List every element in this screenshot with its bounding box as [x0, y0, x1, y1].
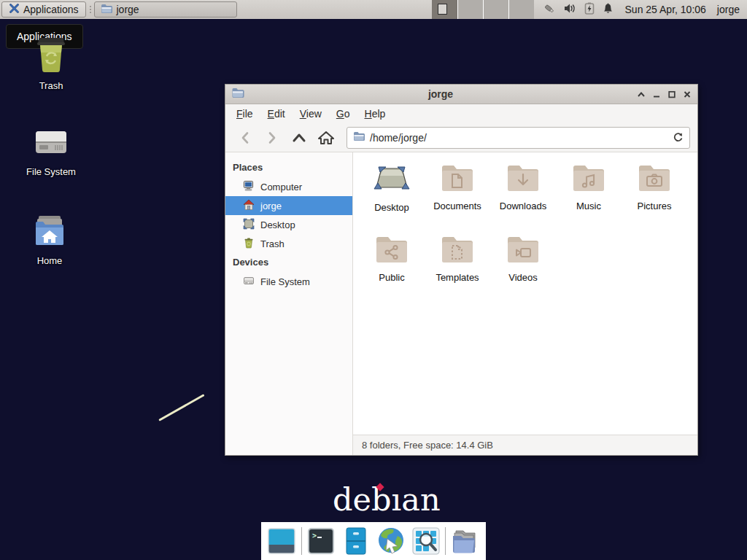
show-desktop-icon[interactable]	[266, 524, 298, 558]
desktop-background: Applications jorge	[0, 0, 747, 560]
window-title: jorge	[244, 88, 637, 100]
maximize-icon[interactable]	[667, 90, 676, 98]
window-menubar: File Edit View Go Help	[225, 104, 697, 123]
templates-folder-icon	[438, 233, 476, 268]
directory-menu-folder-icon[interactable]	[449, 524, 481, 558]
menu-go[interactable]: Go	[330, 105, 357, 122]
menu-view[interactable]: View	[293, 105, 328, 122]
file-label: Templates	[436, 272, 479, 283]
sidebar-item-label: Computer	[260, 182, 302, 192]
file-item-downloads[interactable]: Downloads	[490, 161, 556, 233]
sidebar-devices-heading: Devices	[225, 253, 352, 272]
system-tray	[543, 2, 614, 17]
bottom-dock-panel: >	[261, 522, 486, 560]
sidebar-item-trash[interactable]: Trash	[225, 234, 352, 253]
file-item-desktop[interactable]: Desktop	[359, 161, 425, 233]
reload-icon[interactable]	[673, 131, 684, 144]
file-manager-window: jorge File Edit View Go Help	[225, 84, 698, 456]
sidebar-item-computer[interactable]: Computer	[225, 177, 352, 196]
top-panel: Applications jorge	[0, 0, 747, 19]
public-folder-icon	[373, 233, 411, 268]
file-manager-cabinet-icon[interactable]	[341, 524, 372, 558]
trash-icon	[34, 36, 68, 75]
workspace-2[interactable]	[457, 0, 483, 19]
taskbar-window-label: jorge	[117, 4, 139, 15]
battery-icon[interactable]	[584, 2, 595, 17]
desktop-icon-label: Home	[37, 255, 63, 266]
taskbar-window-button[interactable]: jorge	[94, 1, 237, 18]
file-icon-view: Desktop Documents	[353, 152, 697, 435]
trash-icon	[243, 237, 255, 251]
file-item-pictures[interactable]: Pictures	[622, 161, 687, 233]
volume-icon[interactable]	[564, 3, 576, 16]
workspace-switcher[interactable]	[432, 0, 534, 19]
desktop-icon-trash[interactable]: Trash	[15, 36, 88, 91]
path-bar[interactable]: /home/jorge/	[347, 127, 690, 149]
tasklist-handle[interactable]	[88, 1, 94, 18]
window-titlebar[interactable]: jorge	[225, 85, 697, 104]
window-toolbar: /home/jorge/	[225, 123, 697, 152]
sidebar-item-desktop[interactable]: Desktop	[225, 215, 352, 234]
harddrive-icon	[33, 125, 69, 161]
window-folder-icon	[231, 88, 244, 101]
notifications-bell-icon[interactable]	[603, 3, 614, 17]
web-browser-globe-icon[interactable]	[376, 524, 407, 558]
sidebar: Places Computer	[225, 152, 353, 455]
desktop-icon-home[interactable]: Home	[13, 213, 86, 266]
harddrive-icon	[243, 275, 255, 289]
workspace-3[interactable]	[483, 0, 508, 19]
desktop-icon-label: File System	[26, 166, 76, 177]
pictures-folder-icon	[635, 161, 673, 197]
menu-edit[interactable]: Edit	[261, 105, 292, 122]
workspace-4[interactable]	[508, 0, 534, 19]
desktop-icon	[243, 218, 255, 232]
home-folder-icon	[31, 213, 68, 250]
up-icon[interactable]	[287, 127, 311, 149]
home-icon[interactable]	[314, 127, 338, 149]
sidebar-item-label: jorge	[260, 201, 282, 211]
statusbar: 8 folders, Free space: 14.4 GiB	[353, 435, 697, 455]
workspace-1[interactable]	[432, 0, 457, 19]
desktop-icon-label: Trash	[39, 80, 63, 91]
sidebar-item-jorge[interactable]: jorge	[225, 196, 352, 215]
panel-user-label[interactable]: jorge	[717, 4, 740, 15]
applications-menu-button[interactable]: Applications	[1, 1, 86, 18]
workspace-window-thumb	[438, 4, 447, 15]
file-item-public[interactable]: Public	[359, 233, 425, 304]
sidebar-item-label: Trash	[260, 238, 285, 249]
back-icon[interactable]	[233, 127, 257, 149]
panel-clock[interactable]: Sun 25 Apr, 10:06	[625, 4, 706, 15]
debian-text-right: ıan	[392, 481, 441, 518]
desktop-icon-filesystem[interactable]: File System	[15, 125, 88, 177]
wallpaper-line-artifact	[158, 394, 204, 421]
file-item-documents[interactable]: Documents	[425, 161, 490, 233]
sidebar-item-file-system[interactable]: File System	[225, 272, 352, 291]
documents-folder-icon	[438, 161, 476, 197]
svg-text:>: >	[312, 532, 317, 540]
path-folder-icon	[353, 131, 365, 144]
applications-menu-label: Applications	[23, 4, 79, 15]
minimize-icon[interactable]	[652, 90, 661, 98]
file-label: Documents	[433, 201, 481, 211]
terminal-icon[interactable]: >	[306, 524, 337, 558]
menu-file[interactable]: File	[230, 105, 260, 122]
application-finder-icon[interactable]	[410, 524, 441, 558]
videos-folder-icon	[504, 233, 542, 268]
file-item-videos[interactable]: Videos	[490, 233, 556, 304]
sidebar-item-label: File System	[260, 276, 310, 287]
file-label: Public	[379, 272, 404, 283]
file-label: Pictures	[638, 201, 672, 211]
path-input[interactable]: /home/jorge/	[370, 132, 667, 144]
forward-icon[interactable]	[260, 127, 284, 149]
shade-icon[interactable]	[637, 90, 646, 98]
close-icon[interactable]	[683, 90, 692, 98]
sidebar-item-label: Desktop	[260, 219, 295, 230]
network-icon[interactable]	[543, 3, 556, 17]
menu-help[interactable]: Help	[358, 105, 392, 122]
file-item-music[interactable]: Music	[556, 161, 622, 233]
downloads-folder-icon	[504, 161, 542, 197]
dock-separator	[301, 527, 302, 555]
file-label: Videos	[508, 272, 538, 283]
debian-wordmark: debıan	[333, 481, 441, 518]
file-item-templates[interactable]: Templates	[425, 233, 490, 304]
